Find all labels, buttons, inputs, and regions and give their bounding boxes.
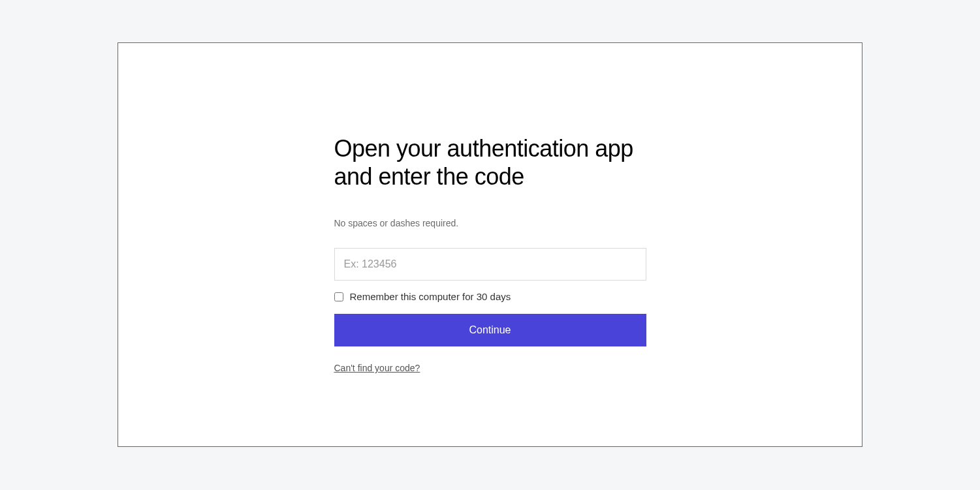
auth-subtext: No spaces or dashes required. bbox=[334, 218, 646, 228]
continue-button[interactable]: Continue bbox=[334, 314, 646, 346]
remember-row: Remember this computer for 30 days bbox=[334, 291, 646, 302]
remember-checkbox[interactable] bbox=[334, 292, 343, 301]
auth-card: Open your authentication app and enter t… bbox=[118, 42, 862, 447]
auth-heading: Open your authentication app and enter t… bbox=[334, 134, 646, 191]
remember-label[interactable]: Remember this computer for 30 days bbox=[350, 291, 511, 302]
page-container: Open your authentication app and enter t… bbox=[0, 0, 980, 489]
auth-form: Open your authentication app and enter t… bbox=[334, 134, 646, 446]
cant-find-code-link[interactable]: Can't find your code? bbox=[334, 363, 420, 373]
auth-code-input[interactable] bbox=[334, 248, 646, 281]
